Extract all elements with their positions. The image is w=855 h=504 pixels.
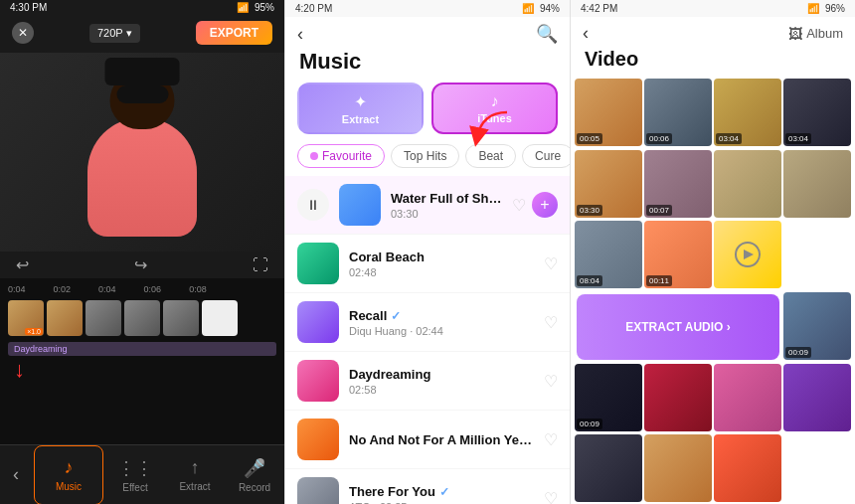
redo-icon[interactable]: ↪	[134, 255, 147, 274]
video-thumb-17[interactable]	[575, 434, 642, 502]
music-item-2[interactable]: Coral Beach 02:48 ♡	[285, 235, 570, 293]
video-thumb-yellow[interactable]	[714, 221, 781, 288]
add-button-1[interactable]: +	[532, 192, 558, 218]
thumb-clip-empty	[202, 300, 238, 336]
music-item-4[interactable]: Daydreaming 02:58 ♡	[285, 352, 570, 411]
arrow-down-icon: ↓	[14, 357, 25, 382]
music-name-6: There For You ✓	[349, 484, 534, 499]
video-thumb-8[interactable]	[783, 150, 851, 218]
nav-item-effect[interactable]: ⋮⋮ Effect	[105, 445, 165, 505]
music-info-1: Water Full of Shark Fins 03:30	[391, 191, 502, 220]
music-actions-1: ♡ +	[512, 192, 558, 218]
video-thumb-5[interactable]: 03:30	[575, 150, 642, 218]
tab-extract-label: Extract	[342, 113, 379, 125]
music-item-6[interactable]: There For You ✓ ATQ · 02:35 ♡	[285, 469, 570, 504]
thumb-clip-1[interactable]: ×1.0	[8, 300, 44, 336]
music-item-5[interactable]: No And Not For A Million Years Fea... ✓ …	[285, 411, 570, 469]
music-list: ⏸ Water Full of Shark Fins 03:30 ♡ + Cor…	[285, 176, 570, 504]
music-thumb-6	[297, 477, 339, 504]
video-thumb-3[interactable]: 03:04	[714, 79, 781, 146]
music-thumb-3	[297, 301, 339, 343]
nav-item-extract[interactable]: ↑ Extract	[165, 445, 225, 505]
extract-audio-button[interactable]: EXTRACT AUDIO ›	[577, 294, 779, 360]
video-thumb-19[interactable]	[714, 434, 781, 502]
video-thumb-16[interactable]	[783, 364, 851, 431]
video-thumb-10[interactable]: 00:11	[644, 221, 712, 288]
video-thumb-6[interactable]: 00:07	[644, 150, 712, 218]
music-thumb-4	[297, 360, 339, 402]
video-thumb-2[interactable]: 00:06	[644, 79, 712, 146]
nav-back-button[interactable]: ‹	[0, 445, 32, 505]
video-thumb-15[interactable]	[714, 364, 781, 431]
heart-icon-5[interactable]: ♡	[544, 430, 558, 449]
tab-extract[interactable]: ✦ Extract	[297, 83, 424, 134]
video-thumb-12[interactable]: 00:09	[783, 292, 851, 360]
p2-search-button[interactable]: 🔍	[536, 23, 558, 45]
timeline-area: 0:040:020:040:060:08 ×1.0 Daydreaming ↓	[0, 278, 284, 444]
p2-battery: 94%	[540, 3, 560, 14]
video-thumb-13[interactable]: 00:09	[575, 364, 642, 431]
p1-time: 4:30 PM	[10, 2, 47, 13]
p3-nav: ‹ 🖼 Album	[571, 17, 855, 48]
play-pause-button-1[interactable]: ⏸	[297, 189, 329, 221]
thumb-clip-5[interactable]	[163, 300, 199, 336]
video-thumb-1[interactable]: 00:05	[575, 79, 642, 146]
filter-top-hits[interactable]: Top Hits	[391, 144, 459, 168]
effect-nav-icon: ⋮⋮	[117, 457, 153, 479]
verify-icon-6: ✓	[439, 485, 449, 499]
p3-time: 4:42 PM	[581, 3, 617, 14]
music-item-1[interactable]: ⏸ Water Full of Shark Fins 03:30 ♡ +	[285, 176, 570, 235]
music-thumb-1	[339, 184, 381, 226]
toolbar-row: ↩ ↪ ⛶	[0, 252, 284, 278]
thumb-clip-4[interactable]	[124, 300, 160, 336]
music-thumb-5	[297, 419, 339, 460]
video-thumb-14[interactable]	[644, 364, 712, 431]
video-thumb-7[interactable]	[714, 150, 781, 218]
music-name-3: Recall ✓	[349, 308, 534, 323]
music-name-1: Water Full of Shark Fins	[391, 191, 502, 206]
timeline-track[interactable]: ×1.0	[0, 296, 284, 340]
thumb-clip-3[interactable]	[86, 300, 121, 336]
fullscreen-icon[interactable]: ⛶	[253, 256, 268, 274]
album-button[interactable]: 🖼 Album	[788, 26, 843, 42]
nav-item-music[interactable]: ♪ Music	[34, 445, 103, 505]
p1-wifi-icon: 📶	[237, 2, 249, 13]
filter-cure[interactable]: Cure	[522, 144, 570, 168]
undo-icon[interactable]: ↩	[16, 255, 29, 274]
heart-icon-3[interactable]: ♡	[544, 313, 558, 332]
heart-icon-2[interactable]: ♡	[544, 254, 558, 273]
export-button[interactable]: EXPORT	[196, 21, 272, 45]
extract-audio-label: EXTRACT AUDIO ›	[625, 320, 731, 334]
filter-favourite[interactable]: Favourite	[297, 144, 385, 168]
music-name-5: No And Not For A Million Years Fea... ✓	[349, 432, 534, 447]
video-thumb-18[interactable]	[644, 434, 712, 502]
verify-icon-3: ✓	[391, 309, 401, 323]
music-meta-2: 02:48	[349, 266, 534, 278]
heart-icon-6[interactable]: ♡	[544, 489, 558, 505]
heart-icon-1[interactable]: ♡	[512, 196, 526, 215]
p2-time: 4:20 PM	[295, 3, 332, 14]
music-name-2: Coral Beach	[349, 250, 534, 264]
panel-video: 4:42 PM 📶 96% ‹ 🖼 Album Video 00:05 00:0…	[571, 0, 855, 504]
resolution-button[interactable]: 720P ▾	[89, 24, 140, 43]
music-thumb-2	[297, 243, 339, 284]
extract-nav-icon: ↑	[191, 457, 200, 478]
video-thumb-9[interactable]: 08:04	[575, 221, 642, 288]
nav-label-effect: Effect	[122, 482, 147, 493]
music-item-3[interactable]: Recall ✓ Diqu Huang · 02:44 ♡	[285, 293, 570, 352]
close-button[interactable]: ✕	[12, 22, 34, 44]
music-name-4: Daydreaming	[349, 367, 534, 382]
p3-page-title: Video	[571, 48, 855, 79]
p3-back-button[interactable]: ‹	[583, 23, 589, 44]
tabs-container: ✦ Extract ♪ iTunes	[285, 83, 570, 144]
video-thumb-4[interactable]: 03:04	[783, 79, 851, 146]
music-info-4: Daydreaming 02:58	[349, 367, 534, 396]
p3-status-bar: 4:42 PM 📶 96%	[571, 0, 855, 17]
thumb-clip-2[interactable]	[47, 300, 83, 336]
chevron-down-icon: ▾	[126, 27, 132, 40]
panel-editor: 4:30 PM 📶 95% ✕ 720P ▾ EXPORT 39%	[0, 0, 284, 504]
p2-back-button[interactable]: ‹	[297, 24, 303, 45]
filter-dot	[310, 152, 318, 160]
nav-item-record[interactable]: 🎤 Record	[225, 445, 284, 505]
heart-icon-4[interactable]: ♡	[544, 372, 558, 391]
